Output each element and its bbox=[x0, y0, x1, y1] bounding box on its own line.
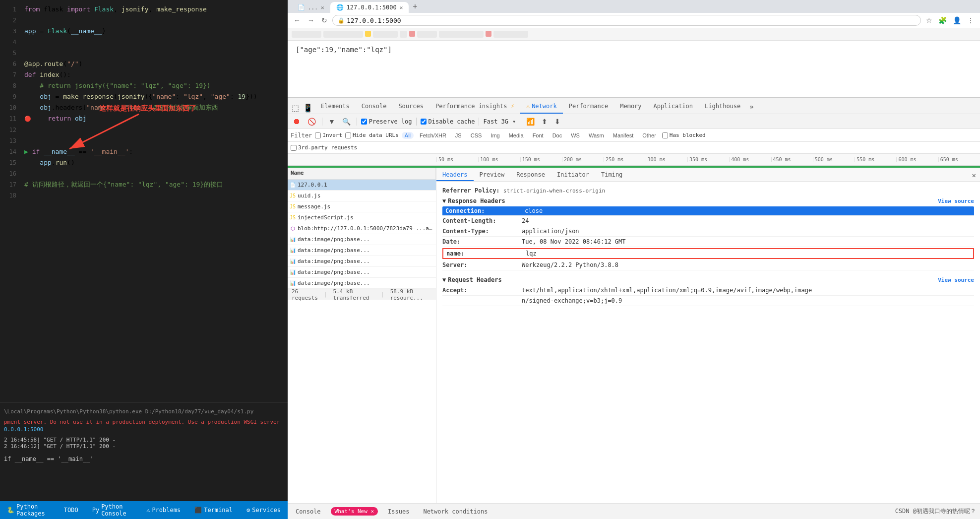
forward-btn[interactable]: → bbox=[306, 15, 316, 25]
tab-more[interactable]: » bbox=[746, 101, 756, 114]
detail-tab-initiator[interactable]: Initiator bbox=[551, 169, 595, 181]
network-row[interactable]: JSinjectedScript.js bbox=[288, 212, 436, 223]
disable-cache-label: Disable cache bbox=[429, 118, 475, 125]
record-btn[interactable]: ⏺ bbox=[291, 116, 303, 127]
throttle-select[interactable]: Fast 3G bbox=[483, 118, 508, 125]
network-row[interactable]: JSuuid.js bbox=[288, 191, 436, 201]
hide-data-checkbox[interactable]: Hide data URLs bbox=[345, 132, 399, 138]
filter-manifest-btn[interactable]: Manifest bbox=[610, 132, 637, 139]
filter-doc-btn[interactable]: Doc bbox=[550, 132, 565, 139]
tab-console[interactable]: Console bbox=[356, 100, 393, 114]
invert-input[interactable] bbox=[315, 132, 321, 138]
refresh-btn[interactable]: ↻ bbox=[319, 15, 329, 25]
view-source-link[interactable]: View source bbox=[938, 198, 974, 204]
preserve-log-input[interactable] bbox=[361, 119, 367, 125]
filter-ws-btn[interactable]: WS bbox=[568, 132, 583, 139]
preserve-log-checkbox[interactable]: Preserve log bbox=[361, 118, 412, 125]
run-icon[interactable]: ▶ bbox=[24, 148, 32, 155]
bookmark-3[interactable] bbox=[365, 31, 371, 37]
disable-cache-checkbox[interactable]: Disable cache bbox=[421, 118, 475, 125]
tab-sources[interactable]: Sources bbox=[392, 100, 429, 114]
search-btn[interactable]: 🔍 bbox=[340, 117, 353, 127]
tab-application[interactable]: Application bbox=[648, 100, 699, 114]
tab-close-btn[interactable]: ✕ bbox=[400, 4, 403, 11]
invert-checkbox[interactable]: Invert bbox=[315, 132, 342, 138]
bookmark-7[interactable] bbox=[417, 31, 437, 38]
network-row[interactable]: 📄127.0.0.1 bbox=[288, 180, 436, 191]
browser-tab-inactive[interactable]: 📄 ... ✕ bbox=[292, 2, 330, 13]
wifi-btn[interactable]: 📶 bbox=[524, 117, 537, 127]
has-blocked-input[interactable] bbox=[662, 132, 668, 138]
tab-performance-insights[interactable]: Performance insights ⚡ bbox=[429, 100, 520, 114]
tab-memory[interactable]: Memory bbox=[614, 100, 647, 114]
bookmark-8[interactable] bbox=[439, 31, 484, 38]
services-btn[interactable]: ⚙ Services bbox=[244, 506, 284, 515]
bottom-network-conditions-tab[interactable]: Network conditions bbox=[419, 506, 491, 517]
third-party-input[interactable] bbox=[291, 145, 297, 151]
filter-toggle-btn[interactable]: ▼ bbox=[326, 117, 337, 127]
python-packages-btn[interactable]: 🐍 Python Packages bbox=[4, 502, 53, 518]
detail-tab-response[interactable]: Response bbox=[510, 169, 551, 181]
address-bar[interactable]: 🔒 127.0.0.1:5000 bbox=[332, 15, 921, 26]
tab-network[interactable]: ⚠ Network bbox=[520, 100, 563, 114]
bottom-console-tab[interactable]: Console bbox=[292, 506, 325, 517]
detail-close-btn[interactable]: ✕ bbox=[968, 169, 980, 181]
user-btn[interactable]: 👤 bbox=[951, 15, 963, 25]
filter-other-btn[interactable]: Other bbox=[639, 132, 659, 139]
network-row[interactable]: JSmessage.js bbox=[288, 201, 436, 212]
upload-btn[interactable]: ⬆ bbox=[540, 117, 550, 127]
bookmark-10[interactable] bbox=[493, 31, 528, 38]
filter-img-btn[interactable]: Img bbox=[488, 132, 502, 139]
network-row[interactable]: 📊data:image/png;base... bbox=[288, 278, 436, 289]
hide-data-input[interactable] bbox=[345, 132, 351, 138]
filter-js-btn[interactable]: JS bbox=[452, 132, 465, 139]
extension-btn[interactable]: 🧩 bbox=[936, 15, 949, 25]
bookmark-6[interactable] bbox=[409, 31, 415, 37]
python-console-btn[interactable]: Py Python Console bbox=[89, 502, 135, 518]
menu-btn[interactable]: ⋮ bbox=[965, 15, 976, 25]
download-btn[interactable]: ⬇ bbox=[552, 117, 562, 127]
bookmark-9[interactable] bbox=[486, 31, 491, 37]
has-blocked-checkbox[interactable]: Has blocked bbox=[662, 132, 706, 138]
detail-tab-headers[interactable]: Headers bbox=[436, 169, 474, 181]
view-source2-link[interactable]: View source bbox=[938, 277, 974, 283]
filter-font-btn[interactable]: Font bbox=[530, 132, 547, 139]
disable-cache-input[interactable] bbox=[421, 119, 427, 125]
problems-btn[interactable]: ⚠ Problems bbox=[143, 506, 184, 515]
tab-inactive-close[interactable]: ✕ bbox=[321, 4, 324, 11]
filter-wasm-btn[interactable]: Wasm bbox=[586, 132, 607, 139]
detail-tab-timing[interactable]: Timing bbox=[595, 169, 628, 181]
bookmark-4[interactable] bbox=[373, 31, 398, 38]
back-btn[interactable]: ← bbox=[292, 15, 303, 25]
filter-all-btn[interactable]: All bbox=[402, 132, 414, 139]
bookmark-1[interactable] bbox=[292, 31, 321, 38]
devtools-device-btn[interactable]: 📱 bbox=[301, 102, 315, 114]
response-headers-title[interactable]: ▼ Response Headers View source bbox=[442, 195, 974, 206]
network-row[interactable]: 📊data:image/png;base... bbox=[288, 245, 436, 256]
request-headers-title[interactable]: ▼ Request Headers View source bbox=[442, 274, 974, 285]
new-tab-btn[interactable]: + bbox=[409, 0, 421, 13]
third-party-checkbox[interactable]: 3rd-party requests bbox=[291, 144, 357, 151]
terminal-btn[interactable]: ⬛ Terminal bbox=[191, 506, 236, 515]
network-row[interactable]: 📊data:image/png;base... bbox=[288, 267, 436, 278]
network-row[interactable]: 📊data:image/png;base... bbox=[288, 234, 436, 245]
tab-elements[interactable]: Elements bbox=[315, 100, 356, 114]
bookmark-5[interactable] bbox=[400, 31, 407, 38]
tab-lighthouse[interactable]: Lighthouse bbox=[699, 100, 746, 114]
browser-tab-active[interactable]: 🌐 127.0.0.1:5000 ✕ bbox=[330, 2, 409, 13]
network-row[interactable]: ⬡blob:http://127.0.0.1:5000/7823da79-...… bbox=[288, 223, 436, 234]
detail-tab-preview[interactable]: Preview bbox=[474, 169, 511, 181]
network-row[interactable]: 📊data:image/png;base... bbox=[288, 256, 436, 267]
filter-media-btn[interactable]: Media bbox=[506, 132, 527, 139]
devtools-inspect-btn[interactable]: ⬚ bbox=[290, 102, 301, 114]
bookmark-btn[interactable]: ☆ bbox=[924, 15, 934, 25]
bookmark-2[interactable] bbox=[323, 31, 363, 38]
clear-btn[interactable]: 🚫 bbox=[306, 117, 318, 127]
filter-fetch-btn[interactable]: Fetch/XHR bbox=[417, 132, 449, 139]
bottom-whats-new-tab[interactable]: What's New ✕ bbox=[331, 507, 378, 516]
todo-btn[interactable]: TODO bbox=[61, 506, 81, 515]
terminal-url[interactable]: 0.0.0.1:5000 bbox=[4, 426, 284, 433]
filter-css-btn[interactable]: CSS bbox=[468, 132, 485, 139]
tab-performance[interactable]: Performance bbox=[563, 100, 614, 114]
bottom-issues-tab[interactable]: Issues bbox=[384, 506, 413, 517]
